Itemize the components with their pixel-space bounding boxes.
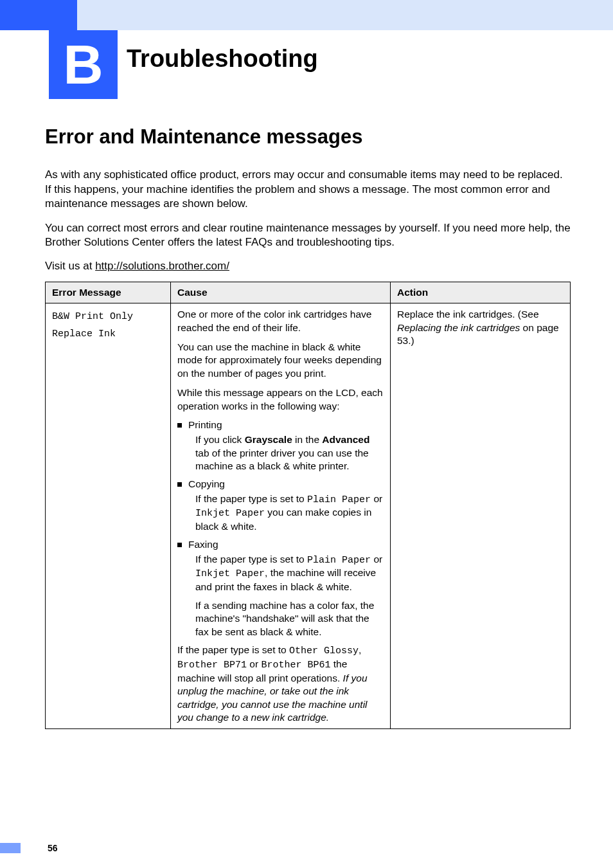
bullet-square-icon [177, 543, 182, 547]
copying-inkjet-paper: Inkjet Paper [195, 508, 265, 519]
cause-p2: You can use the machine in black & white… [177, 341, 384, 380]
msg-line2: Replace Ink [52, 329, 116, 339]
cell-error-message: B&W Print Only Replace Ink [46, 303, 171, 729]
cell-cause: One or more of the color ink cartridges … [171, 303, 391, 729]
faxing-detail-2: If a sending machine has a color fax, th… [195, 599, 384, 638]
copying-plain-paper: Plain Paper [307, 494, 371, 505]
header-action: Action [391, 282, 571, 303]
final-other-glossy: Other Glossy [289, 646, 359, 656]
cause-p1: One or more of the color ink cartridges … [177, 308, 384, 334]
intro-paragraph-1: As with any sophisticated office product… [45, 168, 571, 212]
bullet-printing: Printing [177, 419, 384, 431]
bullet-square-icon [177, 423, 182, 428]
printing-detail-pre: If you click [195, 434, 245, 445]
final-bp61: Brother BP61 [261, 660, 330, 671]
faxing-or: or [371, 554, 382, 565]
copying-pre: If the paper type is set to [195, 493, 307, 504]
printing-detail: If you click Grayscale in the Advanced t… [195, 433, 384, 473]
solutions-link[interactable]: http://solutions.brother.com/ [95, 260, 229, 272]
cause-final: If the paper type is set to Other Glossy… [177, 644, 384, 724]
printing-detail-post: tab of the printer driver you can use th… [195, 448, 369, 471]
table-row: B&W Print Only Replace Ink One or more o… [46, 303, 571, 729]
printing-bold-grayscale: Grayscale [245, 434, 292, 445]
visit-prefix: Visit us at [45, 260, 95, 272]
header-error-message: Error Message [46, 282, 171, 303]
bullet-square-icon [177, 482, 182, 487]
cause-p3: While this message appears on the LCD, e… [177, 386, 384, 413]
page-footer-accent [0, 843, 21, 853]
action-text: Replace the ink cartridges. (See Replaci… [397, 308, 564, 347]
top-header-bar [0, 0, 613, 30]
page-number: 56 [48, 843, 58, 853]
bullet-copying-label: Copying [188, 478, 225, 490]
cell-action: Replace the ink cartridges. (See Replaci… [391, 303, 571, 729]
content-area: Error and Maintenance messages As with a… [45, 125, 571, 729]
header-cause: Cause [171, 282, 391, 303]
final-bp71: Brother BP71 [177, 660, 247, 671]
copying-detail: If the paper type is set to Plain Paper … [195, 493, 384, 534]
chapter-title: Troubleshooting [127, 45, 318, 73]
action-pre: Replace the ink cartridges. (See [397, 309, 539, 320]
final-pre: If the paper type is set to [177, 644, 289, 655]
copying-or: or [371, 493, 382, 504]
action-italic: Replacing the ink cartridges [397, 322, 520, 333]
top-header-accent [0, 0, 77, 30]
bullet-printing-label: Printing [188, 419, 222, 431]
intro-paragraph-2: You can correct most errors and clear ro… [45, 221, 571, 250]
bullet-faxing: Faxing [177, 539, 384, 550]
printing-detail-mid: in the [292, 434, 323, 445]
bullet-faxing-label: Faxing [188, 539, 218, 550]
printing-bold-advanced: Advanced [322, 434, 369, 445]
final-or: or [247, 658, 261, 669]
error-messages-table: Error Message Cause Action B&W Print Onl… [45, 282, 571, 729]
section-heading: Error and Maintenance messages [45, 125, 571, 149]
bullet-copying: Copying [177, 478, 384, 490]
final-sep1: , [359, 644, 361, 655]
table-header-row: Error Message Cause Action [46, 282, 571, 303]
faxing-detail-1: If the paper type is set to Plain Paper … [195, 553, 384, 594]
visit-line: Visit us at http://solutions.brother.com… [45, 260, 571, 273]
page-footer: 56 [0, 841, 58, 855]
chapter-badge: B [49, 30, 118, 99]
msg-line1: B&W Print Only [52, 311, 133, 322]
chapter-letter: B [63, 33, 103, 96]
faxing-plain-paper: Plain Paper [307, 555, 371, 566]
faxing-pre: If the paper type is set to [195, 554, 307, 565]
faxing-inkjet-paper: Inkjet Paper [195, 568, 265, 579]
